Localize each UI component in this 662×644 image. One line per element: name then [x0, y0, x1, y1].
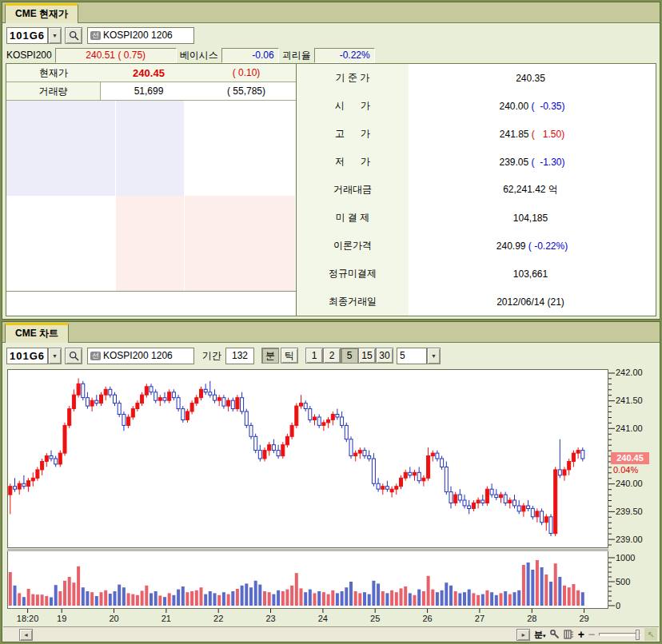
detail-row-value: 62,241.42 억: [409, 183, 656, 197]
detail-row: 거래대금62,241.42 억: [297, 176, 656, 204]
toolbar-chart: 101G6 ▼ 선 KOSPI200 1206 기간 132 분틱 125153…: [6, 346, 656, 365]
interval-button-1[interactable]: 1: [305, 348, 323, 364]
time-axis-label: 29: [567, 614, 602, 623]
time-axis-label: 20: [97, 614, 132, 623]
time-axis-label: 23: [253, 614, 289, 623]
detail-value-main: 103,661: [513, 268, 548, 280]
detail-row-label: 저 가: [297, 148, 409, 176]
current-price-label: 현재가: [6, 66, 101, 80]
price-axis: 242.00241.50241.00240.00239.50239.001000…: [608, 369, 660, 609]
gap-value-box: -0.22%: [314, 48, 375, 63]
instrument-name: KOSPI200 1206: [103, 30, 173, 41]
chevron-down-icon[interactable]: ▼: [48, 27, 62, 44]
zoom-in-button[interactable]: +: [578, 630, 584, 639]
detail-row-value: 239.05 ( -1.30): [409, 157, 656, 168]
orderbook-ask-cell: [115, 101, 184, 196]
search-button[interactable]: [65, 348, 82, 364]
window-cme-price: CME 현재가 101G6 ▼ 선 KOSPI200 1206 KOSPI200…: [2, 2, 660, 320]
time-axis-label: 28: [514, 614, 549, 623]
volume-axis-label: 1000: [616, 553, 635, 563]
symbol-combo: 101G6 ▼: [6, 27, 62, 44]
price-pane[interactable]: [7, 369, 608, 548]
chevron-down-icon[interactable]: ▼: [427, 348, 441, 364]
symbol-combo: 101G6 ▼: [6, 348, 62, 364]
orderbook-bid-cell: [115, 196, 184, 291]
orderbook-empty-cell: [6, 196, 115, 291]
period-input[interactable]: 132: [225, 348, 254, 364]
interval-combo-value[interactable]: 5: [397, 348, 427, 364]
chart-grid-icon[interactable]: [564, 630, 574, 639]
candlestick-plot: [8, 370, 608, 547]
volume-pane[interactable]: [7, 551, 608, 609]
detail-value-extra: ( -0.22%): [526, 241, 568, 252]
symbol-code-input[interactable]: 101G6: [6, 27, 48, 44]
price-main-area: 현재가 240.45 ( 0.10) 거래량 51,699 ( 55,785) …: [6, 63, 656, 316]
detail-row: 기 준 가240.35: [297, 64, 656, 92]
instrument-field[interactable]: 선 KOSPI200 1206: [87, 27, 194, 44]
detail-row-value: 240.00 ( -0.35): [409, 101, 656, 112]
time-axis-label: 18:20: [10, 614, 46, 623]
interval-button-2[interactable]: 2: [323, 348, 341, 364]
time-axis-label: 26: [410, 614, 445, 623]
tabstrip-top: CME 현재가: [2, 2, 660, 23]
zoom-slider-thumb[interactable]: [636, 630, 640, 640]
price-axis-label: 239.50: [616, 507, 643, 516]
detail-value-main: 239.05: [499, 157, 528, 168]
interval-button-15[interactable]: 15: [358, 348, 376, 364]
chart-scrollbar: ◄ ► 분▾ + − ↖: [3, 626, 659, 642]
zoom-slider[interactable]: [599, 633, 640, 636]
detail-row: 시 가240.00 ( -0.35): [297, 92, 656, 120]
detail-row: 최종거래일2012/06/14 (21): [297, 288, 656, 316]
detail-row-value: 2012/06/14 (21): [409, 296, 656, 308]
time-axis-label: 22: [201, 614, 236, 623]
interval-button-틱[interactable]: 틱: [281, 348, 298, 364]
settings-wrench-icon[interactable]: [550, 630, 560, 639]
minute-mode-button[interactable]: 분▾: [534, 629, 546, 641]
interval-button-5[interactable]: 5: [341, 348, 358, 364]
detail-value-main: 104,185: [513, 213, 548, 224]
toolbar-top: 101G6 ▼ 선 KOSPI200 1206: [6, 26, 656, 45]
resize-grip-icon[interactable]: ↖: [644, 628, 657, 641]
detail-value-main: 2012/06/14 (21): [496, 296, 564, 308]
time-axis-label: 25: [357, 614, 393, 623]
scroll-right-button[interactable]: ►: [516, 629, 530, 641]
interval-button-분[interactable]: 분: [261, 348, 279, 364]
chart-area: 242.00241.50241.00240.00239.50239.001000…: [7, 369, 660, 609]
search-button[interactable]: [65, 27, 82, 44]
interval-button-30[interactable]: 30: [376, 348, 393, 364]
orderbook-empty-cell: [184, 101, 295, 196]
instrument-name: KOSPI200 1206: [103, 350, 173, 361]
detail-row-label: 최종거래일: [297, 288, 409, 316]
price-axis-label: 240.00: [616, 479, 643, 488]
volume-axis-label: 0: [616, 601, 620, 610]
detail-row-label: 이론가격: [297, 232, 409, 260]
last-price-badge: 240.45: [611, 452, 649, 464]
detail-row-value: 104,185: [409, 213, 656, 224]
window-cme-chart: CME 차트 101G6 ▼ 선 KOSPI200 1206 기간 132 분틱…: [2, 321, 660, 642]
detail-row-label: 정규미결제: [297, 260, 409, 288]
index-info-row: KOSPI200 240.51 ( 0.75) 베이시스 -0.06 괴리율 -…: [6, 47, 656, 63]
volume-row: 거래량 51,699 ( 55,785): [6, 82, 296, 101]
detail-row: 미 결 제104,185: [297, 204, 656, 232]
chevron-down-icon[interactable]: ▼: [48, 348, 62, 364]
futures-tag-icon: 선: [90, 31, 101, 40]
detail-value-main: 241.85: [500, 129, 529, 140]
time-axis-label: 19: [44, 614, 79, 623]
scroll-left-button[interactable]: ◄: [19, 629, 33, 641]
time-axis-label: 27: [462, 614, 497, 623]
tab-cme-chart[interactable]: CME 차트: [5, 323, 69, 343]
symbol-code-input[interactable]: 101G6: [6, 348, 48, 364]
volume-label: 거래량: [6, 82, 101, 100]
detail-value-main: 240.00: [499, 101, 528, 112]
period-label: 기간: [202, 349, 221, 363]
volume-value: 51,699: [101, 85, 197, 97]
futures-tag-icon: 선: [90, 352, 101, 360]
detail-row-value: 103,661: [409, 268, 656, 280]
instrument-field[interactable]: 선 KOSPI200 1206: [87, 348, 194, 364]
detail-value-extra: ( -0.35): [528, 101, 564, 112]
orderbook-footer-row: [6, 292, 296, 316]
zoom-out-button[interactable]: −: [588, 630, 595, 639]
tab-cme-price[interactable]: CME 현재가: [5, 3, 78, 23]
detail-row: 정규미결제103,661: [297, 260, 656, 288]
orderbook-ask-cell: [6, 101, 115, 196]
